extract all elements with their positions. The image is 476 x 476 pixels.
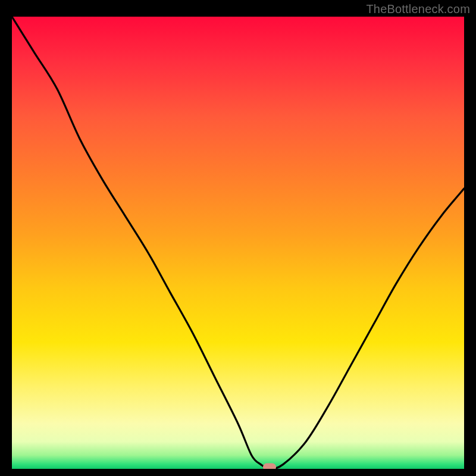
watermark-text: TheBottleneck.com	[366, 2, 470, 16]
bottleneck-curve	[12, 17, 464, 469]
chart-stage: TheBottleneck.com	[0, 0, 476, 476]
optimum-marker	[263, 464, 276, 469]
curve-path	[12, 17, 464, 469]
plot-area	[12, 17, 464, 469]
